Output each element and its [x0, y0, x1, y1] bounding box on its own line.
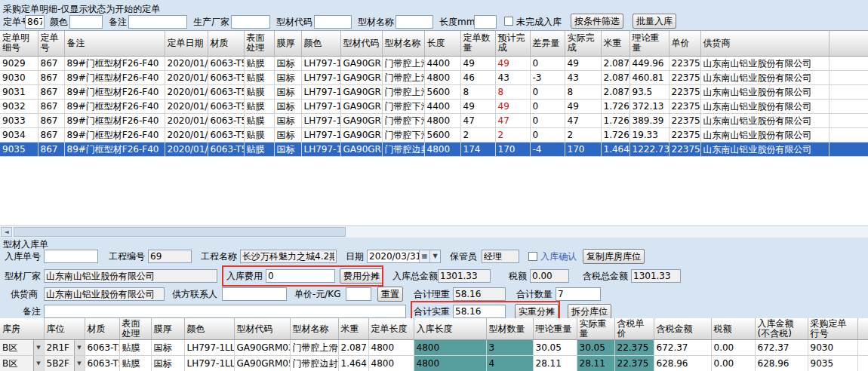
column-header[interactable]: 入库金额(不含税) [755, 318, 808, 340]
date-field[interactable]: ▦▼ [367, 250, 441, 263]
total-theory-weight-input[interactable] [453, 287, 506, 301]
column-header[interactable]: 颜色 [301, 31, 340, 56]
total-qty-input[interactable] [556, 287, 601, 301]
inbound-fee-input[interactable] [266, 269, 335, 283]
order-row[interactable]: 903586789#门框型材F26-F40（866+867）2020/01/13… [0, 142, 868, 156]
batch-inbound-button[interactable]: 批量入库 [633, 14, 676, 29]
horizontal-scrollbar[interactable]: ◄ [0, 225, 868, 238]
factory-input[interactable] [44, 269, 217, 283]
column-header[interactable]: 实际完成 [565, 31, 601, 56]
inbound-row[interactable]: B区▼5B2F▼6063-T5贴膜国标LH797-1LL0GA90GRM05门带… [0, 356, 868, 371]
inbound-row[interactable]: B区▼2R1F▼6063-T5贴膜国标LH797-1LL0GA90GRM03门带… [0, 340, 868, 356]
project-name-input[interactable] [240, 250, 337, 263]
column-header[interactable]: 理论重量 [533, 318, 577, 340]
column-header[interactable]: 颜色 [184, 318, 234, 340]
chevron-down-icon[interactable]: ▼ [74, 340, 85, 355]
chevron-down-icon[interactable]: ▼ [74, 356, 85, 371]
column-header[interactable]: 表面处理 [119, 318, 151, 340]
chevron-down-icon[interactable]: ▼ [33, 356, 44, 371]
unit-price-label: 单价-元/KG [294, 287, 341, 301]
column-header[interactable]: 膜厚 [151, 318, 184, 340]
supplier-contact-input[interactable] [222, 287, 287, 301]
cell [829, 70, 868, 84]
cell: 22375 [669, 142, 700, 156]
manufacturer-input[interactable] [231, 15, 270, 29]
column-header[interactable]: 材质 [208, 31, 244, 56]
order-row[interactable]: 902986789#门框型材F26-F40（866+867）2020/01/13… [0, 56, 868, 70]
cell: 5B2F▼ [44, 356, 85, 371]
inbound-no-input[interactable] [44, 250, 98, 263]
column-header[interactable]: 定单明细号 [0, 31, 38, 56]
note-input[interactable] [44, 305, 406, 318]
remark-filter-input[interactable] [128, 15, 187, 29]
total-amount-input[interactable] [438, 269, 491, 283]
unfinished-inbound-checkbox[interactable] [504, 17, 513, 26]
project-no-input[interactable] [148, 250, 192, 263]
column-header[interactable]: 入库长度 [414, 318, 486, 340]
column-header[interactable]: 表面处理 [244, 31, 274, 56]
column-header[interactable]: 米重 [338, 318, 368, 340]
column-header[interactable]: 定单号 [38, 31, 64, 56]
column-header[interactable]: 型材代码 [234, 318, 290, 340]
inbound-confirm-checkbox[interactable] [528, 252, 537, 261]
actual-weight-share-button[interactable]: 实重分摊 [515, 304, 559, 319]
length-filter-input[interactable] [474, 15, 497, 29]
column-header[interactable] [829, 31, 868, 56]
column-header[interactable]: 含税金额 [654, 318, 711, 340]
column-header[interactable]: 实际重量 [577, 318, 614, 340]
column-header[interactable]: 库房 [0, 318, 44, 340]
order-row[interactable]: 903486789#门框型材F26-F40（866+867）2020/01/13… [0, 127, 868, 142]
column-header[interactable]: 采购定单行号 [808, 318, 857, 340]
color-filter-input[interactable] [69, 15, 103, 29]
split-location-button[interactable]: 拆分库位 [568, 304, 611, 319]
reset-button[interactable]: 重置 [377, 287, 403, 302]
column-header[interactable]: 单价 [669, 31, 700, 56]
order-row[interactable]: 903086789#门框型材F26-F40（866+867）2020/01/13… [0, 70, 868, 84]
cell: 89#门框型材F26-F40（866+867） [64, 127, 165, 142]
column-header[interactable]: 长度 [424, 31, 460, 56]
total-actual-weight-input[interactable] [453, 305, 506, 318]
cell: GA90GRM03 [340, 84, 382, 99]
column-header[interactable]: 含税单价 [614, 318, 654, 340]
column-header[interactable]: 备注 [64, 31, 165, 56]
supplier-input[interactable] [44, 287, 165, 301]
cell [829, 127, 868, 142]
column-header[interactable]: 型材数量 [486, 318, 533, 340]
column-header[interactable]: 税额 [711, 318, 755, 340]
filter-by-condition-button[interactable]: 按条件筛选 [571, 14, 623, 29]
calendar-icon[interactable]: ▦ [419, 250, 429, 262]
column-header[interactable]: 膜厚 [274, 31, 301, 56]
scroll-left-icon[interactable]: ◄ [1, 227, 12, 237]
chevron-down-icon[interactable]: ▼ [429, 250, 440, 262]
column-header[interactable] [857, 318, 868, 340]
order-row[interactable]: 903286789#门框型材F26-F40（866+867）2020/01/13… [0, 99, 868, 113]
column-header[interactable]: 定单数量 [460, 31, 495, 56]
total-with-tax-input[interactable] [631, 269, 681, 283]
copy-location-button[interactable]: 复制库房库位 [583, 249, 645, 264]
column-header[interactable]: 型材代码 [340, 31, 382, 56]
unit-price-input[interactable] [346, 287, 371, 301]
column-header[interactable]: 库位 [44, 318, 85, 340]
cell: LH797-1LL0 [301, 84, 340, 99]
column-header[interactable]: 米重 [601, 31, 629, 56]
keeper-input[interactable] [482, 250, 519, 263]
profile-code-filter-input[interactable] [314, 15, 352, 29]
column-header[interactable]: 理论重量 [629, 31, 669, 56]
fee-share-button[interactable]: 费用分摊 [340, 268, 383, 284]
tax-input[interactable] [530, 269, 569, 283]
column-header[interactable]: 型材名称 [382, 31, 424, 56]
profile-name-filter-input[interactable] [396, 15, 433, 29]
order-no-input[interactable] [25, 15, 45, 29]
column-header[interactable]: 型材名称 [290, 318, 338, 340]
column-header[interactable]: 定单日期 [165, 31, 208, 56]
column-header[interactable]: 供货商 [700, 31, 829, 56]
scrollbar-thumb[interactable] [14, 227, 346, 237]
chevron-down-icon[interactable]: ▼ [33, 340, 44, 355]
column-header[interactable]: 定单长度 [368, 318, 414, 340]
column-header[interactable]: 材质 [85, 318, 119, 340]
order-row[interactable]: 903186789#门框型材F26-F40（866+867）2020/01/13… [0, 84, 868, 99]
order-row[interactable]: 903386789#门框型材F26-F40（866+867）2020/01/13… [0, 113, 868, 127]
column-header[interactable]: 预计完成 [495, 31, 530, 56]
column-header[interactable]: 差异量 [530, 31, 565, 56]
cell: 国标 [274, 113, 301, 127]
